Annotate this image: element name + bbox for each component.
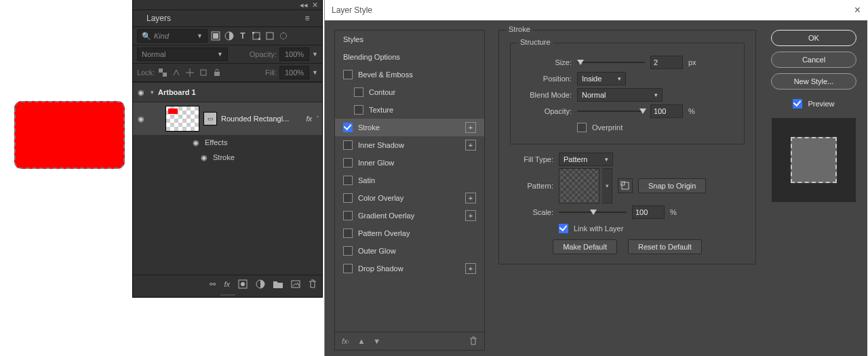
- visibility-eye-icon[interactable]: ◉: [193, 138, 199, 147]
- style-item-inner-glow[interactable]: Inner Glow: [335, 154, 484, 172]
- chevron-down-icon[interactable]: ▼: [312, 69, 318, 76]
- layer-thumbnail[interactable]: [165, 106, 199, 132]
- panel-resize-handle[interactable]: [133, 293, 322, 297]
- effects-row[interactable]: ◉ Effects: [133, 135, 322, 150]
- style-item-stroke[interactable]: Stroke+: [335, 119, 484, 136]
- position-select[interactable]: Inside▾: [577, 72, 626, 85]
- style-item-contour[interactable]: Contour: [335, 83, 484, 101]
- style-item-drop-shadow[interactable]: Drop Shadow+: [335, 260, 484, 277]
- overprint-checkbox[interactable]: [577, 123, 587, 132]
- artboard-row[interactable]: ◉ ▾ Artboard 1: [133, 82, 322, 102]
- link-layers-icon[interactable]: ⚯: [210, 280, 216, 289]
- layer-name[interactable]: Rounded Rectangl...: [221, 115, 289, 123]
- filter-toggle-icon[interactable]: [278, 31, 289, 41]
- visibility-eye-icon[interactable]: ◉: [136, 115, 146, 123]
- style-checkbox[interactable]: [343, 211, 353, 220]
- add-effect-icon[interactable]: +: [465, 210, 476, 221]
- cancel-button[interactable]: Cancel: [771, 52, 856, 68]
- trash-icon[interactable]: [469, 336, 477, 346]
- style-checkbox[interactable]: [343, 193, 353, 203]
- new-style-button[interactable]: New Style...: [771, 73, 856, 90]
- layer-filter-kind[interactable]: 🔍 Kind ▼: [137, 29, 208, 43]
- fx-indicator[interactable]: fx: [306, 115, 312, 123]
- add-effect-icon[interactable]: +: [465, 263, 476, 274]
- close-icon[interactable]: ×: [854, 4, 861, 16]
- vector-mask-thumbnail[interactable]: ▭: [203, 112, 217, 125]
- style-item-texture[interactable]: Texture: [335, 101, 484, 119]
- add-mask-icon[interactable]: [238, 279, 248, 289]
- add-effect-icon[interactable]: +: [465, 140, 476, 151]
- filter-shape-icon[interactable]: [251, 31, 262, 41]
- canvas-shape-rounded-rectangle[interactable]: [14, 101, 125, 169]
- style-item-bevel-emboss[interactable]: Bevel & Emboss: [335, 66, 484, 83]
- reset-to-default-button[interactable]: Reset to Default: [628, 239, 702, 254]
- size-slider[interactable]: [577, 58, 645, 67]
- panel-menu-icon[interactable]: ≡: [300, 12, 314, 25]
- style-item-styles[interactable]: Styles: [335, 31, 484, 48]
- style-checkbox[interactable]: [343, 176, 353, 185]
- chevron-down-icon[interactable]: ▼: [312, 51, 318, 58]
- style-checkbox[interactable]: [343, 158, 353, 167]
- opacity-input[interactable]: 100: [650, 104, 683, 118]
- filter-adjustment-icon[interactable]: [224, 31, 235, 41]
- style-item-outer-glow[interactable]: Outer Glow: [335, 242, 484, 260]
- lock-position-icon[interactable]: [184, 67, 195, 78]
- filltype-select[interactable]: Pattern▾: [559, 153, 613, 166]
- delete-layer-icon[interactable]: [309, 279, 317, 289]
- pattern-swatch[interactable]: [559, 168, 599, 203]
- effect-stroke-row[interactable]: ◉ Stroke: [133, 150, 322, 165]
- link-with-layer-checkbox[interactable]: [559, 224, 568, 233]
- style-item-blending-options[interactable]: Blending Options: [335, 48, 484, 66]
- style-checkbox[interactable]: [343, 70, 353, 79]
- layer-row[interactable]: ◉ ▭ Rounded Rectangl... fx ˄: [133, 102, 322, 135]
- add-adjustment-icon[interactable]: [256, 279, 265, 289]
- style-item-color-overlay[interactable]: Color Overlay+: [335, 189, 484, 207]
- collapse-icon[interactable]: ◂◂: [300, 1, 308, 9]
- add-effect-icon[interactable]: +: [465, 193, 476, 203]
- visibility-eye-icon[interactable]: ◉: [201, 153, 208, 162]
- add-group-icon[interactable]: [273, 280, 283, 288]
- visibility-eye-icon[interactable]: ◉: [136, 88, 146, 97]
- style-checkbox[interactable]: [343, 229, 353, 238]
- snap-to-origin-button[interactable]: Snap to Origin: [638, 178, 706, 193]
- filter-type-icon[interactable]: T: [237, 31, 248, 41]
- filter-smartobject-icon[interactable]: [264, 31, 275, 41]
- style-item-satin[interactable]: Satin: [335, 172, 484, 189]
- add-effect-icon[interactable]: +: [465, 122, 476, 133]
- opacity-slider[interactable]: [577, 106, 645, 116]
- add-layer-icon[interactable]: [291, 280, 300, 288]
- make-default-button[interactable]: Make Default: [553, 239, 617, 254]
- filter-pixel-icon[interactable]: [210, 31, 221, 41]
- pattern-picker-chevron[interactable]: ▾: [602, 168, 612, 203]
- artboard-name[interactable]: Artboard 1: [158, 88, 196, 96]
- chevron-up-icon[interactable]: ˄: [316, 115, 319, 122]
- blend-mode-select[interactable]: Normal ▼: [137, 47, 228, 61]
- lock-transparency-icon[interactable]: [157, 67, 168, 78]
- opacity-input[interactable]: 100%: [279, 47, 309, 61]
- move-up-icon[interactable]: ▲: [357, 337, 365, 345]
- style-item-pattern-overlay[interactable]: Pattern Overlay: [335, 224, 484, 242]
- style-checkbox[interactable]: [343, 264, 353, 273]
- create-pattern-icon[interactable]: [618, 178, 633, 193]
- scale-input[interactable]: 100: [632, 205, 665, 219]
- scale-slider[interactable]: [559, 207, 627, 217]
- style-item-gradient-overlay[interactable]: Gradient Overlay+: [335, 207, 484, 224]
- ok-button[interactable]: OK: [771, 30, 856, 46]
- lock-image-icon[interactable]: [171, 67, 182, 78]
- style-checkbox[interactable]: [343, 140, 353, 150]
- blend-mode-select[interactable]: Normal▾: [577, 88, 663, 102]
- layers-tab[interactable]: Layers ≡: [133, 10, 322, 27]
- panel-collapse-strip[interactable]: ◂◂ ✕: [133, 0, 322, 10]
- lock-all-icon[interactable]: [212, 67, 222, 78]
- close-panel-icon[interactable]: ✕: [312, 1, 318, 9]
- style-item-inner-shadow[interactable]: Inner Shadow+: [335, 136, 484, 154]
- lock-artboard-icon[interactable]: [198, 67, 209, 78]
- style-checkbox[interactable]: [343, 123, 353, 132]
- dialog-titlebar[interactable]: Layer Style ×: [325, 0, 867, 20]
- chevron-down-icon[interactable]: ▾: [151, 89, 154, 96]
- fill-input[interactable]: 100%: [279, 66, 309, 79]
- style-checkbox[interactable]: [354, 105, 363, 115]
- size-input[interactable]: 2: [650, 56, 683, 69]
- style-checkbox[interactable]: [343, 246, 353, 256]
- preview-checkbox[interactable]: [793, 99, 802, 108]
